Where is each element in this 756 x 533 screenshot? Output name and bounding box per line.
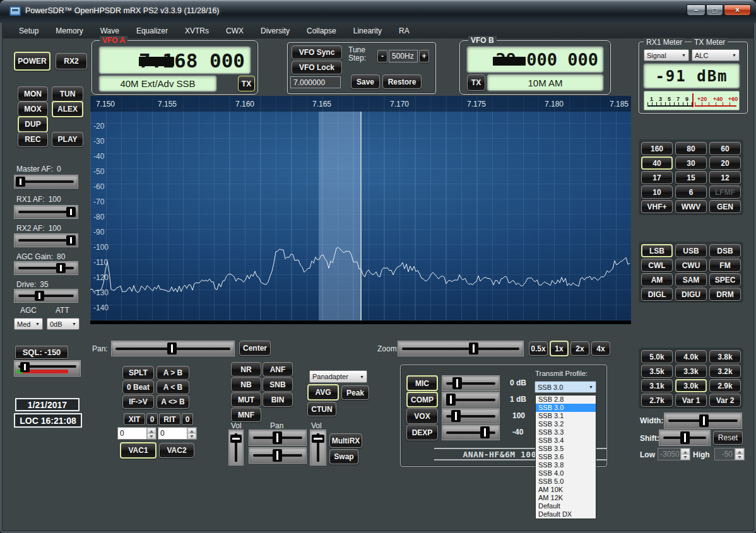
- spinner-down-icon[interactable]: [147, 433, 156, 439]
- drive-thumb[interactable]: [35, 291, 44, 301]
- swap-button[interactable]: Swap: [329, 449, 358, 464]
- rx2-vol-thumb[interactable]: [312, 435, 324, 443]
- band-12-button[interactable]: 12: [709, 171, 741, 184]
- profile-option[interactable]: Default DX: [536, 510, 596, 518]
- mode-am-button[interactable]: AM: [641, 273, 673, 286]
- filter-32k-button[interactable]: 3.2k: [709, 365, 741, 378]
- band-40-button[interactable]: 40: [641, 156, 673, 170]
- profile-option[interactable]: SSB 2.8: [536, 395, 596, 404]
- nr-button[interactable]: NR: [231, 362, 261, 377]
- rit-spinner[interactable]: 0: [158, 427, 197, 440]
- rx1-af-slider[interactable]: [14, 205, 78, 219]
- rx1-pan-thumb[interactable]: [273, 431, 282, 444]
- vox-slider[interactable]: [442, 408, 500, 424]
- filter-31k-button[interactable]: 3.1k: [641, 379, 673, 392]
- profile-option[interactable]: SSB 3.6: [536, 453, 596, 461]
- comp-thumb[interactable]: [446, 394, 456, 406]
- filter-35k-button[interactable]: 3.5k: [641, 365, 673, 378]
- profile-option[interactable]: SSB 3.5: [536, 445, 596, 453]
- panadapter-display[interactable]: 7.150 7.155 7.160 7.165 7.170 7.175 7.18…: [90, 96, 631, 324]
- comp-slider[interactable]: [442, 392, 500, 407]
- profile-option[interactable]: SSB 3.2: [536, 420, 596, 428]
- mode-dsb-button[interactable]: DSB: [709, 244, 741, 257]
- shift-reset-button[interactable]: Reset: [713, 431, 743, 445]
- menu-diversity[interactable]: Diversity: [261, 26, 290, 35]
- snb-button[interactable]: SNB: [263, 377, 293, 392]
- master-af-thumb[interactable]: [16, 177, 25, 187]
- tune-step-minus-button[interactable]: -: [377, 50, 387, 62]
- filter-high-spinner[interactable]: -50: [714, 448, 745, 460]
- mode-usb-button[interactable]: USB: [675, 244, 707, 257]
- vox-thumb[interactable]: [451, 410, 461, 422]
- mic-button[interactable]: MIC: [406, 375, 438, 391]
- mode-digl-button[interactable]: DIGL: [641, 288, 673, 301]
- sql-button[interactable]: SQL: -150: [15, 346, 68, 359]
- display-mode-select[interactable]: Panadapter▼: [309, 370, 367, 383]
- restore-button[interactable]: Restore: [382, 74, 422, 89]
- a-swap-b-button[interactable]: A <> B: [157, 395, 189, 409]
- profile-option[interactable]: SSB 3.8: [536, 461, 596, 469]
- rx1-pan-slider[interactable]: [249, 430, 307, 446]
- menu-setup[interactable]: Setup: [19, 26, 38, 35]
- mon-button[interactable]: MON: [18, 86, 48, 102]
- filter-40k-button[interactable]: 4.0k: [675, 350, 707, 363]
- vfo-b-frequency-display[interactable]: 29.000 000: [467, 47, 603, 73]
- a-to-b-button[interactable]: A > B: [157, 366, 189, 380]
- mode-fm-button[interactable]: FM: [709, 259, 741, 272]
- zoom-05x-button[interactable]: 0.5x: [529, 341, 548, 356]
- mode-cwu-button[interactable]: CWU: [675, 259, 707, 272]
- menu-cwx[interactable]: CWX: [226, 26, 244, 35]
- zoom-1x-button[interactable]: 1x: [550, 341, 569, 356]
- agc-select[interactable]: Med▼: [14, 318, 43, 330]
- tx-meter-select[interactable]: ALC▼: [692, 49, 740, 61]
- rx2-af-thumb[interactable]: [66, 235, 76, 245]
- spinner-up-icon[interactable]: [681, 448, 690, 454]
- anf-button[interactable]: ANF: [263, 362, 293, 377]
- band-gen-button[interactable]: GEN: [709, 200, 741, 213]
- agc-gain-slider[interactable]: [14, 261, 78, 275]
- nb-button[interactable]: NB: [231, 377, 261, 392]
- power-button[interactable]: POWER: [14, 52, 50, 71]
- transmit-profile-select[interactable]: SSB 3.0▼: [535, 381, 596, 393]
- pan-thumb[interactable]: [167, 343, 177, 354]
- zero-beat-button[interactable]: 0 Beat: [122, 380, 154, 394]
- vfo-b-tx-button[interactable]: TX: [467, 74, 485, 91]
- profile-option[interactable]: SSB 4.0: [536, 469, 596, 477]
- spinner-down-icon[interactable]: [735, 454, 744, 460]
- filter-var2-button[interactable]: Var 2: [709, 394, 741, 407]
- rx1-meter-select[interactable]: Signal▼: [644, 49, 689, 61]
- mode-spec-button[interactable]: SPEC: [709, 273, 741, 286]
- profile-option[interactable]: SSB 3.4: [536, 436, 596, 445]
- rx2-vol-slider[interactable]: [310, 430, 326, 466]
- menu-linearity[interactable]: Linearity: [353, 26, 382, 35]
- att-select[interactable]: 0dB▼: [47, 318, 80, 330]
- vox-button[interactable]: VOX: [406, 408, 438, 424]
- band-80-button[interactable]: 80: [675, 142, 707, 155]
- mic-thumb[interactable]: [452, 377, 462, 389]
- zoom-thumb[interactable]: [469, 343, 478, 354]
- dexp-thumb[interactable]: [480, 426, 490, 438]
- mode-drm-button[interactable]: DRM: [709, 288, 741, 301]
- vfo-lock-button[interactable]: VFO Lock: [292, 61, 342, 74]
- spinner-up-icon[interactable]: [147, 428, 156, 433]
- tun-button[interactable]: TUN: [52, 86, 83, 102]
- profile-option[interactable]: SSB 3.3: [536, 428, 596, 436]
- mode-sam-button[interactable]: SAM: [675, 273, 707, 286]
- xit-offset[interactable]: 0: [146, 413, 158, 425]
- menu-equalizer[interactable]: Equalizer: [136, 26, 168, 35]
- width-thumb[interactable]: [699, 414, 709, 427]
- vac2-button[interactable]: VAC2: [159, 443, 194, 458]
- profile-option[interactable]: SSB 3.1: [536, 412, 596, 420]
- vfo-sync-button[interactable]: VFO Sync: [292, 45, 342, 59]
- pan-slider[interactable]: [111, 341, 235, 356]
- rx2-pan-slider[interactable]: [249, 447, 307, 464]
- band-10-button[interactable]: 10: [641, 185, 673, 199]
- multirx-button[interactable]: MultiRX: [329, 433, 362, 448]
- master-af-slider[interactable]: [14, 175, 78, 189]
- band-160-button[interactable]: 160: [641, 142, 673, 155]
- mut-button[interactable]: MUT: [231, 392, 261, 407]
- rx2-pan-thumb[interactable]: [273, 449, 282, 462]
- avg-button[interactable]: AVG: [307, 384, 339, 401]
- profile-option[interactable]: AM 10K: [536, 486, 596, 494]
- rx2-button[interactable]: RX2: [56, 53, 87, 69]
